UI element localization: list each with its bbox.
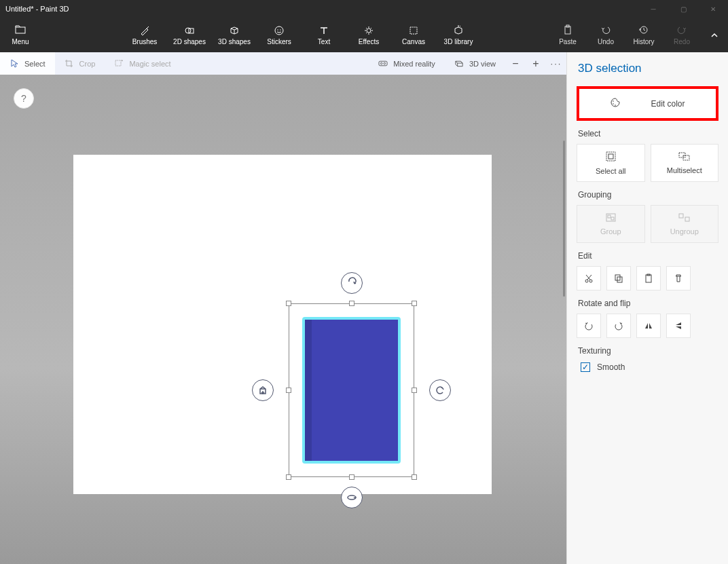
zoom-in-button[interactable]: + <box>526 58 546 70</box>
delete-button[interactable] <box>666 266 691 290</box>
magic-select-icon <box>114 59 124 69</box>
edit-color-button[interactable]: Edit color <box>577 86 718 121</box>
zoom-out-button[interactable]: − <box>505 58 526 70</box>
edit-section-label: Edit <box>578 251 718 261</box>
tab-text[interactable]: Text <box>302 18 346 52</box>
viewport[interactable]: ? <box>0 75 566 564</box>
rotate-cw-icon <box>614 321 623 331</box>
ungroup-icon <box>678 213 690 223</box>
svg-point-28 <box>585 280 588 282</box>
svg-rect-11 <box>115 60 121 66</box>
effects-icon <box>363 24 374 37</box>
canvas[interactable] <box>73 155 492 494</box>
rotate-ccw-button[interactable] <box>577 314 601 338</box>
window-controls: ─ ▢ ✕ <box>638 0 728 18</box>
tab-canvas[interactable]: Canvas <box>391 18 436 52</box>
stickers-icon <box>274 24 285 37</box>
svg-rect-24 <box>608 215 611 218</box>
paste-button[interactable]: Paste <box>549 18 587 52</box>
handle-mid-right[interactable] <box>412 388 417 393</box>
handle-top-mid[interactable] <box>349 301 354 306</box>
handle-bot-right[interactable] <box>412 474 417 480</box>
multiselect-label: Multiselect <box>667 166 702 174</box>
checkbox-checked-icon: ✓ <box>581 362 590 372</box>
tab-2d-shapes[interactable]: 2D shapes <box>167 18 212 52</box>
texturing-section-label: Texturing <box>578 346 718 356</box>
edit-color-label: Edit color <box>651 99 685 109</box>
tab-canvas-label: Canvas <box>402 38 425 45</box>
menu-button[interactable]: Menu <box>0 18 41 52</box>
tab-library-label: 3D library <box>444 38 473 45</box>
magic-select-tool[interactable]: Magic select <box>105 52 180 75</box>
cut-button[interactable] <box>577 266 601 290</box>
redo-button[interactable]: Redo <box>663 18 701 52</box>
paste-button-panel[interactable] <box>636 266 661 290</box>
paste-icon <box>562 24 573 37</box>
rotate-x-handle[interactable] <box>341 487 363 508</box>
ungroup-button[interactable]: Ungroup <box>651 205 719 243</box>
select-tool[interactable]: Select <box>0 52 55 75</box>
depth-handle[interactable] <box>252 379 274 401</box>
scissors-icon <box>584 274 594 283</box>
history-button[interactable]: History <box>625 18 663 52</box>
rotate-y-handle[interactable] <box>429 379 451 401</box>
selection-box[interactable] <box>289 303 414 477</box>
smooth-label: Smooth <box>597 362 625 372</box>
handle-top-right[interactable] <box>412 301 417 306</box>
menu-label: Menu <box>12 38 29 45</box>
smooth-checkbox-row[interactable]: ✓ Smooth <box>577 361 718 372</box>
3d-view-button[interactable]: 3D view <box>445 59 505 69</box>
handle-bot-mid[interactable] <box>349 474 354 480</box>
tab-3d-shapes[interactable]: 3D shapes <box>212 18 257 52</box>
more-button[interactable]: ··· <box>546 58 566 69</box>
tab-stickers[interactable]: Stickers <box>257 18 302 52</box>
handle-bot-left[interactable] <box>286 474 291 480</box>
maximize-button[interactable]: ▢ <box>668 0 698 18</box>
tab-brushes[interactable]: Brushes <box>122 18 167 52</box>
history-icon <box>638 24 649 37</box>
top-toolbar: Menu Brushes 2D shapes 3D shapes Sticker… <box>0 18 728 52</box>
ungroup-label: Ungroup <box>670 227 699 236</box>
rotate-z-handle[interactable] <box>341 272 363 294</box>
expand-toolbar-button[interactable] <box>701 18 728 52</box>
tab-effects[interactable]: Effects <box>346 18 391 52</box>
close-button[interactable]: ✕ <box>698 0 728 18</box>
rotate-section-label: Rotate and flip <box>578 299 718 308</box>
undo-button[interactable]: Undo <box>587 18 625 52</box>
title-bar: Untitled* - Paint 3D ─ ▢ ✕ <box>0 0 728 18</box>
svg-point-5 <box>280 29 280 30</box>
mixed-reality-button[interactable]: Mixed reality <box>369 59 445 69</box>
tab-3d-library[interactable]: 3D library <box>436 18 481 52</box>
copy-button[interactable] <box>606 266 631 290</box>
redo-icon <box>676 24 687 37</box>
group-button[interactable]: Group <box>577 205 645 243</box>
svg-rect-26 <box>679 214 683 218</box>
tool-tabs: Brushes 2D shapes 3D shapes Stickers Tex… <box>122 18 481 52</box>
clipboard-icon <box>644 274 653 283</box>
flip-horizontal-button[interactable] <box>636 314 661 338</box>
crop-icon <box>65 59 74 69</box>
side-panel: 3D selection Edit color Select Select al… <box>566 52 728 564</box>
minimize-button[interactable]: ─ <box>638 0 668 18</box>
scrollbar-thumb[interactable] <box>563 140 565 297</box>
multiselect-button[interactable]: Multiselect <box>651 144 719 182</box>
rotate-ccw-icon <box>584 321 594 331</box>
handle-top-left[interactable] <box>286 301 291 306</box>
crop-tool[interactable]: Crop <box>55 52 105 75</box>
tab-2d-label: 2D shapes <box>173 38 206 45</box>
chevron-up-icon <box>710 31 719 40</box>
paste-label: Paste <box>559 38 577 45</box>
svg-rect-8 <box>565 26 570 34</box>
history-label: History <box>633 38 654 45</box>
flip-v-icon <box>674 321 683 331</box>
rotate-cw-button[interactable] <box>606 314 631 338</box>
flip-vertical-button[interactable] <box>666 314 691 338</box>
select-all-button[interactable]: Select all <box>577 144 645 182</box>
tab-effects-label: Effects <box>359 38 379 45</box>
help-button[interactable]: ? <box>14 88 34 109</box>
svg-rect-12 <box>379 61 387 66</box>
tab-brushes-label: Brushes <box>132 38 158 45</box>
shapes3d-icon <box>229 24 240 37</box>
handle-mid-left[interactable] <box>286 388 291 393</box>
copy-icon <box>614 274 623 283</box>
